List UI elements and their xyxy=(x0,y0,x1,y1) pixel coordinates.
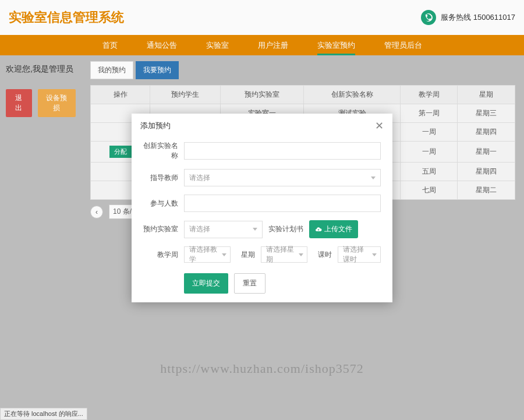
exp-name-input[interactable] xyxy=(184,142,381,160)
label-exp-name: 创新实验名称 xyxy=(143,141,178,161)
close-icon[interactable]: ✕ xyxy=(375,119,384,132)
reset-button[interactable]: 重置 xyxy=(234,273,265,294)
add-reservation-modal: 添加预约 ✕ 创新实验名称 指导教师 请选择 参与人数 预约实验室 请选择 实验… xyxy=(132,114,392,302)
teacher-select[interactable]: 请选择 xyxy=(184,169,381,186)
label-teach-week: 教学周 xyxy=(143,250,178,260)
modal-overlay: 添加预约 ✕ 创新实验名称 指导教师 请选择 参与人数 预约实验室 请选择 实验… xyxy=(0,0,524,420)
submit-button[interactable]: 立即提交 xyxy=(184,273,228,294)
lab-select[interactable]: 请选择 xyxy=(184,221,263,238)
modal-title: 添加预约 xyxy=(140,121,171,131)
upload-button[interactable]: 上传文件 xyxy=(309,220,358,238)
lesson-select[interactable]: 请选择课时 xyxy=(338,246,381,263)
status-bar: 正在等待 localhost 的响应... xyxy=(0,408,87,420)
cloud-upload-icon xyxy=(315,226,322,233)
participants-input[interactable] xyxy=(184,195,381,212)
teach-week-select[interactable]: 请选择教学 xyxy=(184,246,231,263)
label-plan: 实验计划书 xyxy=(268,224,303,234)
label-lesson: 课时 xyxy=(318,250,332,260)
label-participants: 参与人数 xyxy=(143,199,178,209)
label-lab: 预约实验室 xyxy=(143,224,178,234)
label-weekday: 星期 xyxy=(241,250,255,260)
weekday-select[interactable]: 请选择星期 xyxy=(261,246,307,263)
label-teacher: 指导教师 xyxy=(143,173,178,183)
